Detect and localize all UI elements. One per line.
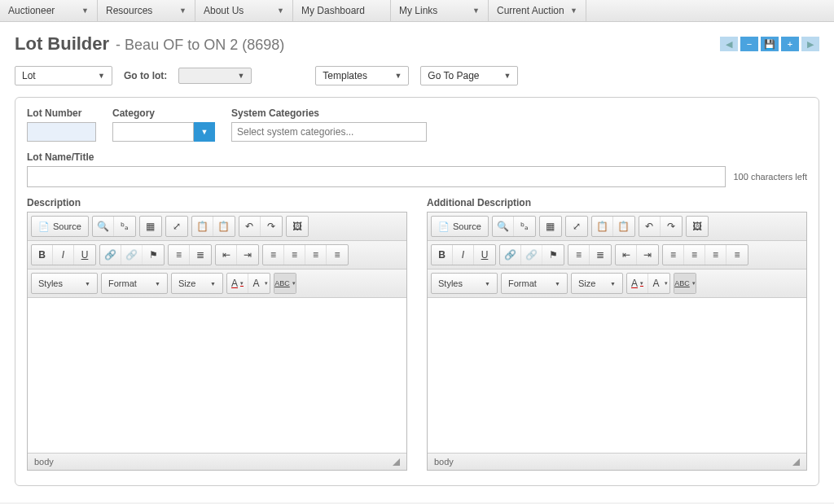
nav-current-auction[interactable]: Current Auction▼ xyxy=(489,0,586,21)
replace-button[interactable]: ᵇₐ xyxy=(514,217,535,236)
italic-button[interactable]: I xyxy=(453,245,474,265)
undo-button[interactable]: ↶ xyxy=(639,217,661,236)
undo-button[interactable]: ↶ xyxy=(239,217,261,236)
minimize-button[interactable]: − xyxy=(740,37,758,51)
text-color-button[interactable]: A▾ xyxy=(227,274,248,293)
nav-my-links[interactable]: My Links▼ xyxy=(391,0,489,21)
paste-button[interactable]: 📋 xyxy=(192,217,213,236)
search-icon: 🔍 xyxy=(97,221,109,232)
lot-select[interactable]: Lot▼ xyxy=(15,66,112,85)
align-center-button[interactable]: ≡ xyxy=(684,245,705,265)
size-select[interactable]: Size▼ xyxy=(172,274,222,293)
resize-handle[interactable] xyxy=(792,458,800,466)
outdent-button[interactable]: ⇤ xyxy=(216,245,237,265)
bold-button[interactable]: B xyxy=(432,245,453,265)
align-left-button[interactable]: ≡ xyxy=(663,245,684,265)
styles-select[interactable]: Styles▼ xyxy=(432,274,497,293)
bold-button[interactable]: B xyxy=(32,245,53,265)
align-justify-button[interactable]: ≡ xyxy=(726,245,748,265)
indent-button[interactable]: ⇥ xyxy=(637,245,658,265)
indent-button[interactable]: ⇥ xyxy=(237,245,258,265)
outdent-button[interactable]: ⇤ xyxy=(616,245,637,265)
italic-button[interactable]: I xyxy=(53,245,74,265)
redo-button[interactable]: ↷ xyxy=(661,217,682,236)
next-record-button[interactable]: ▶ xyxy=(801,37,819,51)
link-button[interactable]: 🔗 xyxy=(100,245,121,265)
image-button[interactable]: 🖼 xyxy=(287,217,308,236)
replace-button[interactable]: ᵇₐ xyxy=(114,217,135,236)
align-justify-button[interactable]: ≡ xyxy=(327,245,348,265)
unlink-button[interactable]: 🔗 xyxy=(121,245,143,265)
align-center-icon: ≡ xyxy=(691,249,697,261)
chevron-down-icon: ▼ xyxy=(179,7,187,15)
numbered-list-button[interactable]: ≡ xyxy=(169,245,190,265)
maximize-button[interactable]: ⤢ xyxy=(166,217,187,236)
text-color-button[interactable]: A▾ xyxy=(627,274,648,293)
numbered-list-button[interactable]: ≡ xyxy=(568,245,590,265)
nav-auctioneer[interactable]: Auctioneer▼ xyxy=(0,0,98,21)
description-label: Description xyxy=(27,197,407,208)
unlink-button[interactable]: 🔗 xyxy=(521,245,542,265)
format-select[interactable]: Format▼ xyxy=(102,274,167,293)
category-dropdown-button[interactable]: ▼ xyxy=(194,122,215,142)
go-to-lot-label: Go to lot: xyxy=(124,70,167,81)
maximize-button[interactable]: ⤢ xyxy=(566,217,587,236)
redo-button[interactable]: ↷ xyxy=(261,217,282,236)
image-icon: 🖼 xyxy=(292,221,302,232)
bg-color-icon: A xyxy=(250,278,261,289)
lot-name-input[interactable] xyxy=(27,166,726,187)
paste-word-button[interactable]: 📋 xyxy=(213,217,235,236)
source-button[interactable]: 📄Source xyxy=(32,217,88,236)
anchor-button[interactable]: ⚑ xyxy=(143,245,164,265)
link-button[interactable]: 🔗 xyxy=(500,245,521,265)
spellcheck-button[interactable]: ABC▾ xyxy=(674,274,696,293)
add-button[interactable]: + xyxy=(781,37,799,51)
align-center-button[interactable]: ≡ xyxy=(284,245,305,265)
bullet-list-button[interactable]: ≣ xyxy=(190,245,211,265)
paste-button[interactable]: 📋 xyxy=(592,217,613,236)
category-input[interactable] xyxy=(112,122,194,142)
underline-button[interactable]: U xyxy=(474,245,495,265)
resize-handle[interactable] xyxy=(393,458,400,466)
source-button[interactable]: 📄Source xyxy=(432,217,488,236)
description-textarea[interactable] xyxy=(28,298,406,453)
nav-my-dashboard[interactable]: My Dashboard xyxy=(293,0,391,21)
bullet-list-button[interactable]: ≣ xyxy=(590,245,611,265)
search-button[interactable]: 🔍 xyxy=(493,217,514,236)
save-button[interactable]: 💾 xyxy=(761,37,779,51)
bg-color-button[interactable]: A▾ xyxy=(648,274,669,293)
system-categories-input[interactable] xyxy=(231,122,427,142)
size-select[interactable]: Size▼ xyxy=(572,274,622,293)
undo-icon: ↶ xyxy=(645,221,653,232)
align-right-button[interactable]: ≡ xyxy=(305,245,327,265)
chevron-down-icon: ▼ xyxy=(472,7,480,15)
lot-number-input[interactable] xyxy=(27,122,96,142)
search-button[interactable]: 🔍 xyxy=(93,217,114,236)
selectall-button[interactable]: ▦ xyxy=(140,217,161,236)
align-right-button[interactable]: ≡ xyxy=(705,245,726,265)
unlink-icon: 🔗 xyxy=(525,249,538,261)
element-path: body xyxy=(34,457,54,467)
bg-color-button[interactable]: A▾ xyxy=(248,274,270,293)
nav-resources[interactable]: Resources▼ xyxy=(98,0,195,21)
spellcheck-button[interactable]: ABC▾ xyxy=(274,274,296,293)
paste-word-button[interactable]: 📋 xyxy=(613,217,634,236)
nav-about-us[interactable]: About Us▼ xyxy=(195,0,293,21)
bold-icon: B xyxy=(438,249,446,261)
underline-button[interactable]: U xyxy=(74,245,95,265)
additional-description-textarea[interactable] xyxy=(428,298,806,453)
anchor-button[interactable]: ⚑ xyxy=(542,245,564,265)
go-to-lot-select[interactable]: ▼ xyxy=(178,68,252,84)
redo-icon: ↷ xyxy=(267,221,275,232)
image-button[interactable]: 🖼 xyxy=(687,217,708,236)
undo-icon: ↶ xyxy=(245,221,253,232)
styles-select[interactable]: Styles▼ xyxy=(32,274,97,293)
align-left-button[interactable]: ≡ xyxy=(263,245,284,265)
format-select[interactable]: Format▼ xyxy=(502,274,567,293)
go-to-page-select[interactable]: Go To Page▼ xyxy=(420,66,518,85)
lot-number-label: Lot Number xyxy=(27,107,96,119)
selectall-button[interactable]: ▦ xyxy=(540,217,561,236)
prev-record-button[interactable]: ◀ xyxy=(720,37,738,51)
templates-select[interactable]: Templates▼ xyxy=(315,66,409,85)
ul-icon: ≣ xyxy=(596,249,604,261)
